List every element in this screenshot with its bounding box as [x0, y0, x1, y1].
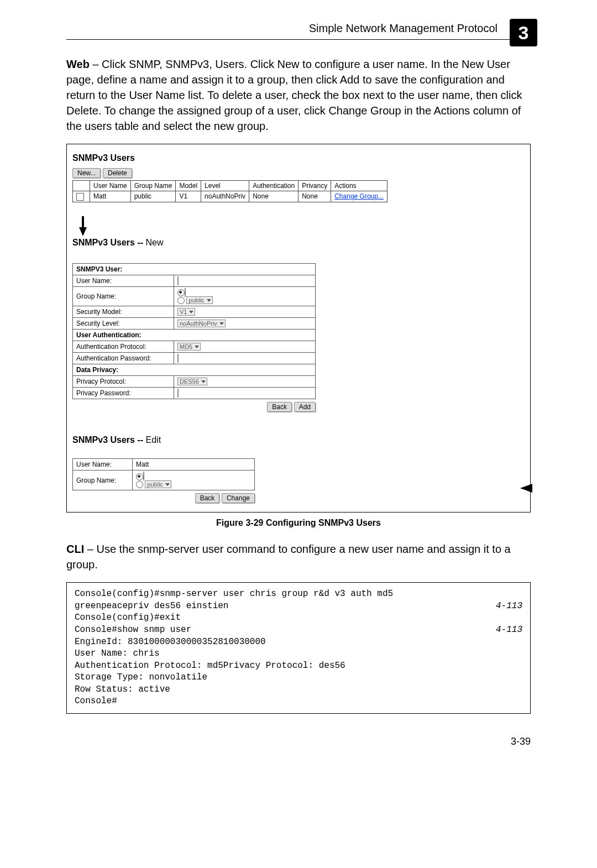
- data-privacy-header: Data Privacy:: [73, 364, 316, 376]
- cli-l7: Authentication Protocol: md5Privacy Prot…: [75, 661, 345, 671]
- label-privproto: Privacy Protocol:: [73, 376, 174, 388]
- cli-l3: Console(config)#exit: [75, 613, 181, 623]
- cli-l2: greenpeacepriv des56 einstien: [75, 601, 228, 611]
- cli-l1: Console(config)#snmp-server user chris g…: [75, 589, 393, 599]
- edit-label-username: User Name:: [73, 459, 133, 470]
- label-groupname: Group Name:: [73, 286, 174, 306]
- users-section-title: SNMPv3 Users: [72, 153, 525, 163]
- col-level: Level: [201, 181, 249, 191]
- new-user-form: SNMPV3 User: User Name: Group Name: publ…: [72, 263, 316, 400]
- authpwd-input[interactable]: [177, 354, 179, 363]
- header-rule: [66, 39, 531, 40]
- col-actions: Actions: [331, 181, 387, 191]
- col-groupname: Group Name: [130, 181, 176, 191]
- label-seclevel: Security Level:: [73, 318, 174, 330]
- new-button[interactable]: New...: [72, 168, 101, 178]
- figure-caption: Figure 3-29 Configuring SNMPv3 Users: [66, 518, 531, 528]
- edit-change-button[interactable]: Change: [222, 493, 255, 503]
- cli-l8: Storage Type: nonvolatile: [75, 672, 207, 682]
- cli-ref2: 4-113: [496, 624, 522, 636]
- user-auth-header: User Authentication:: [73, 330, 316, 341]
- row-checkbox[interactable]: [76, 193, 84, 201]
- edit-section-title: SNMPv3 Users -- Edit: [72, 435, 525, 445]
- col-username: User Name: [90, 181, 131, 191]
- label-secmodel: Security Model:: [73, 306, 174, 318]
- new-title-b: New: [146, 238, 164, 247]
- chapter-badge: 3: [510, 19, 537, 46]
- web-body: – Click SNMP, SNMPv3, Users. Click New t…: [66, 58, 522, 132]
- cli-l5: EngineId: 83010000030000352810030000: [75, 637, 266, 647]
- cursor-arrow-icon: [79, 227, 87, 236]
- back-button[interactable]: Back: [267, 402, 292, 412]
- cell-level: noAuthNoPriv: [201, 191, 249, 202]
- new-section-title: SNMPv3 Users -- New: [72, 238, 525, 248]
- privpwd-input[interactable]: [177, 389, 179, 398]
- edit-username-value: Matt: [133, 459, 255, 470]
- change-group-link[interactable]: Change Group...: [334, 192, 384, 200]
- cell-priv: None: [298, 191, 331, 202]
- cli-output-box: Console(config)#snmp-server user chris g…: [66, 582, 531, 714]
- table-row: Matt public V1 noAuthNoPriv None None Ch…: [73, 191, 387, 202]
- cell-model: V1: [176, 191, 201, 202]
- username-input[interactable]: [177, 276, 179, 285]
- col-auth: Authentication: [249, 181, 298, 191]
- label-privpwd: Privacy Password:: [73, 388, 174, 399]
- page-header-title: Simple Network Management Protocol: [66, 22, 531, 35]
- group-radio-custom[interactable]: [177, 289, 185, 296]
- col-model: Model: [176, 181, 201, 191]
- cell-user: Matt: [90, 191, 131, 202]
- edit-back-button[interactable]: Back: [195, 493, 220, 503]
- cli-l6: User Name: chris: [75, 649, 160, 658]
- cli-ref1: 4-113: [496, 600, 522, 613]
- edit-group-select[interactable]: public: [145, 480, 171, 488]
- web-lead: Web: [66, 58, 90, 70]
- cli-l9: Row Status: active: [75, 684, 170, 694]
- users-table: User Name Group Name Model Level Authent…: [72, 180, 387, 202]
- secmodel-select[interactable]: V1: [177, 308, 195, 316]
- figure-box: SNMPv3 Users New... Delete User Name Gro…: [66, 144, 531, 513]
- group-custom-input[interactable]: [185, 288, 186, 297]
- col-priv: Privancy: [298, 181, 331, 191]
- edit-title-a: SNMPv3 Users --: [72, 435, 146, 445]
- page-number: 3-39: [66, 736, 531, 747]
- label-authproto: Authentication Protocol:: [73, 341, 174, 353]
- cli-l4: Console#show snmp user: [75, 625, 191, 635]
- right-arrow-icon: [520, 484, 532, 493]
- edit-group-radio-custom[interactable]: [136, 473, 143, 480]
- cli-paragraph: CLI – Use the snmp-server user command t…: [66, 541, 531, 572]
- cli-lead: CLI: [66, 543, 84, 555]
- privproto-select[interactable]: DES56: [177, 378, 207, 385]
- edit-title-b: Edit: [146, 435, 161, 445]
- snmpv3-user-header: SNMPV3 User:: [73, 263, 316, 275]
- cli-l10: Console#: [75, 696, 117, 706]
- edit-user-form: User Name: Matt Group Name: public: [72, 458, 255, 490]
- cell-auth: None: [249, 191, 298, 202]
- authproto-select[interactable]: MD5: [177, 343, 201, 351]
- edit-group-custom-input[interactable]: [143, 472, 144, 480]
- group-radio-select[interactable]: [177, 297, 185, 304]
- seclevel-select[interactable]: noAuthNoPriv: [177, 320, 226, 327]
- label-username: User Name:: [73, 275, 174, 286]
- users-table-header-row: User Name Group Name Model Level Authent…: [73, 181, 387, 191]
- group-select[interactable]: public: [186, 296, 213, 304]
- edit-label-groupname: Group Name:: [73, 470, 133, 490]
- cell-group: public: [130, 191, 176, 202]
- web-paragraph: Web – Click SNMP, SNMPv3, Users. Click N…: [66, 56, 531, 134]
- cli-body: – Use the snmp-server user command to co…: [66, 543, 511, 571]
- label-authpwd: Authentication Password:: [73, 353, 174, 364]
- new-title-a: SNMPv3 Users --: [72, 238, 146, 247]
- add-button[interactable]: Add: [294, 402, 316, 412]
- delete-button[interactable]: Delete: [103, 168, 132, 178]
- edit-group-radio-select[interactable]: [136, 481, 143, 488]
